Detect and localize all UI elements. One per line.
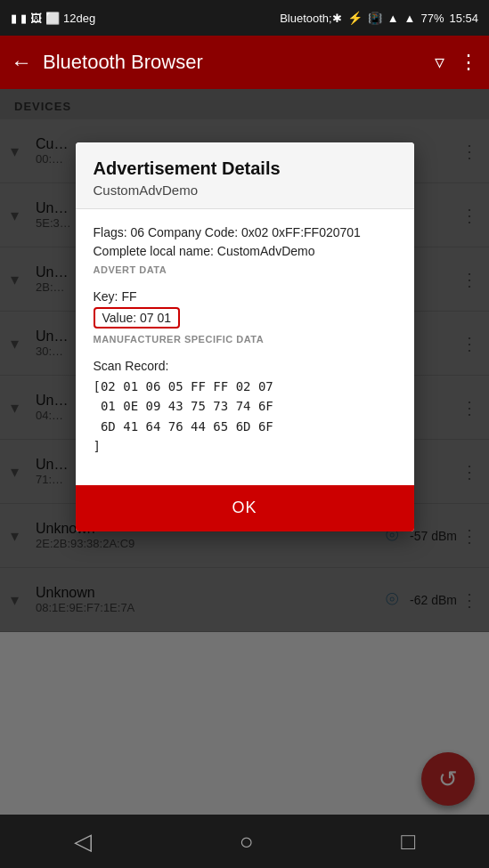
advert-data-section: Flags: 06 Company Code: 0x02 0xFF:FF0207… [94,223,396,275]
manufacturer-value-box: Value: 07 01 [94,307,181,329]
status-right-icons: Bluetooth;✱ ⚡ 📳 ▲ ▲ 77% 15:54 [280,11,478,25]
dialog-subtitle: CustomAdvDemo [94,183,396,198]
toolbar-actions: ▿ ⋮ [435,51,478,74]
notification-icon-1: ▮ [11,12,17,25]
wifi-icon: ▲ [387,12,399,25]
filter-icon[interactable]: ▿ [435,51,444,74]
nav-recent-icon[interactable]: □ [401,828,415,856]
advert-data-text: Flags: 06 Company Code: 0x02 0xFF:FF0207… [94,223,396,261]
main-content: DEVICES ▾ Cu… 00:… ⋮ ▾ Un… 5E:3… ⋮ [0,89,489,815]
dialog-overlay: Advertisement Details CustomAdvDemo Flag… [0,89,489,815]
dialog-title-bar: Advertisement Details CustomAdvDemo [76,142,414,209]
toolbar: ← Bluetooth Browser ▿ ⋮ [0,36,489,89]
status-left-icons: ▮ ▮ 🖼 ⬜ 12deg [11,12,95,25]
page-title: Bluetooth Browser [43,51,424,74]
status-bar: ▮ ▮ 🖼 ⬜ 12deg Bluetooth;✱ ⚡ 📳 ▲ ▲ 77% 15… [0,0,489,36]
nav-back-icon[interactable]: ◁ [74,828,92,856]
manufacturer-key: Key: FF [94,289,396,304]
scan-record-label: Scan Record: [94,359,396,373]
time-label: 15:54 [449,12,478,25]
battery-label: 77% [420,12,444,25]
dialog-title: Advertisement Details [94,158,396,179]
advertisement-details-dialog: Advertisement Details CustomAdvDemo Flag… [76,142,414,531]
manufacturer-section: Key: FF Value: 07 01 MANUFACTURER SPECIF… [94,289,396,345]
dialog-body: Flags: 06 Company Code: 0x02 0xFF:FF0207… [76,209,414,485]
advert-data-label: ADVERT DATA [94,264,396,275]
scan-record-text: [02 01 06 05 FF FF 02 07 01 0E 09 43 75 … [94,377,396,457]
image-icon: 🖼 [30,12,42,25]
bluetooth-icon: Bluetooth;✱ [280,12,342,25]
dialog-ok-button[interactable]: OK [76,485,414,531]
square-icon: ⬜ [45,12,60,25]
signal-icon: ▲ [404,12,416,25]
nav-home-icon[interactable]: ○ [240,828,254,856]
manufacturer-label: MANUFACTURER SPECIFIC DATA [94,334,396,345]
overflow-menu-icon[interactable]: ⋮ [459,51,478,74]
notification-icon-2: ▮ [20,12,27,25]
temperature-label: 12deg [63,12,95,25]
back-button[interactable]: ← [11,50,32,75]
ok-label: OK [232,499,257,517]
bluetooth-status-icon: ⚡ [347,11,363,25]
scan-record-section: Scan Record: [02 01 06 05 FF FF 02 07 01… [94,359,396,457]
vibrate-icon: 📳 [368,12,382,25]
nav-bar: ◁ ○ □ [0,815,489,868]
